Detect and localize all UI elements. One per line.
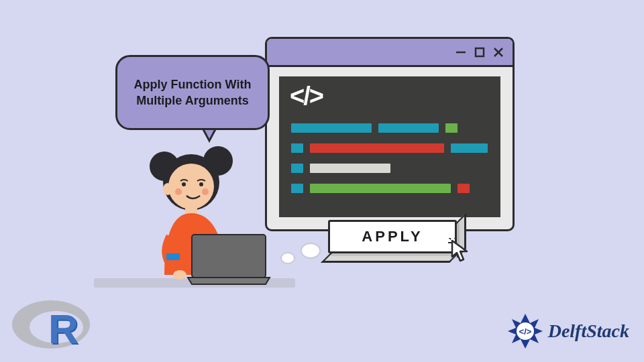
code-area: </> [279, 76, 500, 217]
code-window: </> [265, 37, 515, 231]
bubble-line2: Multiple Arguments [136, 94, 248, 107]
code-lines [291, 123, 488, 204]
code-token [291, 123, 372, 133]
code-token [310, 164, 390, 173]
delftstack-logo: </> DelftStack [506, 312, 629, 350]
svg-point-13 [175, 188, 182, 195]
svg-point-14 [202, 188, 209, 195]
svg-rect-19 [192, 235, 266, 278]
apply-button-label: APPLY [362, 228, 423, 245]
character-illustration [127, 141, 295, 295]
maximize-icon[interactable] [474, 46, 486, 58]
code-token [310, 143, 444, 153]
code-token [458, 184, 470, 193]
code-row [291, 143, 488, 153]
svg-point-18 [173, 270, 186, 280]
code-token [310, 184, 451, 193]
speech-bubble: Apply Function With Multiple Arguments [115, 55, 270, 130]
window-titlebar [267, 39, 513, 67]
code-token [451, 143, 488, 153]
svg-text:R: R [48, 306, 78, 352]
delftstack-icon: </> [506, 312, 544, 350]
apply-button[interactable]: APPLY [328, 220, 457, 253]
bubble-line1: Apply Function With [134, 78, 252, 91]
svg-point-12 [199, 182, 203, 186]
svg-point-15 [163, 183, 172, 195]
code-row [291, 184, 488, 193]
svg-rect-17 [166, 253, 180, 260]
svg-point-10 [168, 164, 214, 209]
code-token [445, 123, 458, 133]
code-tag-icon: </> [290, 82, 323, 111]
code-row [291, 123, 488, 133]
minimize-icon[interactable] [455, 46, 467, 58]
apply-button-bottom [321, 253, 459, 263]
svg-line-4 [448, 238, 451, 239]
r-logo: R R [11, 295, 98, 354]
code-token [378, 123, 439, 133]
thought-dot [301, 243, 321, 259]
svg-rect-1 [476, 48, 484, 56]
delftstack-text: DelftStack [548, 320, 629, 342]
svg-text:</>: </> [519, 326, 531, 337]
code-row [291, 164, 488, 173]
close-icon[interactable] [492, 46, 504, 58]
cursor-icon [448, 238, 475, 267]
svg-point-11 [182, 182, 186, 186]
